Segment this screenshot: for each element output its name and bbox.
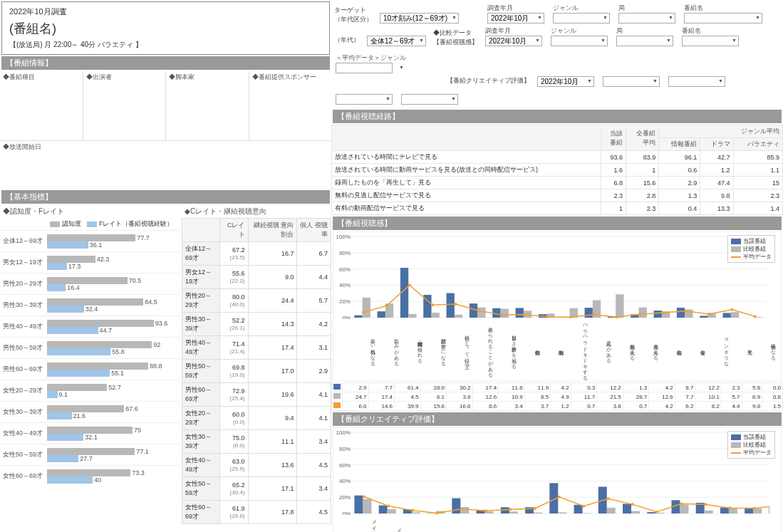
svg-rect-33: [432, 313, 440, 318]
info-body: [0, 83, 331, 140]
svg-rect-13: [378, 311, 385, 318]
svg-point-134: [753, 507, 756, 510]
viewing-path-table: 当該 番組 全番組 平均 ジャンル平均 情報番組 ドラマ バラエティ 放送されて…: [331, 125, 783, 215]
hbar-row: 男女12～19才 42.3 17.3: [0, 251, 180, 273]
hbar-row: 女性60～69才 73.3 40: [0, 465, 180, 486]
svg-point-125: [534, 507, 536, 510]
viewing-feel-chart: 0%20%40%60%80%100%楽しい気分になる親しみがある知識・情報が得ら…: [333, 231, 782, 381]
hbar-row: 男性30～39才 84.5 32.4: [0, 294, 180, 315]
svg-point-61: [662, 311, 665, 314]
svg-point-126: [558, 496, 561, 499]
creative-chart: 0%20%40%60%80%100%メインキャスター・メインキャラクターメインキ…: [333, 427, 782, 532]
svg-rect-105: [534, 513, 542, 513]
viewing-path-row: 放送されている時間にテレビで見る93.683.996.142.785.9: [332, 151, 783, 164]
svg-point-127: [582, 505, 585, 508]
creative-sel5[interactable]: [401, 94, 458, 105]
section-program-info: 【番組情報】: [1, 56, 330, 70]
svg-rect-25: [654, 311, 662, 318]
svg-point-51: [431, 303, 434, 306]
svg-rect-79: [379, 506, 388, 513]
creative-month-select[interactable]: 2022年10月: [537, 76, 594, 87]
rate-row: 男性50～59才69.8(19.0)17.02.9: [182, 360, 331, 383]
rate-row: 男性20～29才80.0(40.0)24.45.7: [182, 289, 331, 313]
svg-point-65: [754, 315, 757, 318]
compare-station-select[interactable]: [616, 36, 673, 46]
svg-point-120: [412, 509, 415, 512]
svg-rect-87: [574, 505, 583, 513]
svg-rect-93: [720, 508, 729, 513]
svg-rect-26: [677, 308, 685, 318]
svg-point-55: [524, 313, 527, 316]
svg-text:80%: 80%: [339, 446, 351, 452]
svg-text:100%: 100%: [336, 429, 351, 436]
creative-sel4[interactable]: [336, 94, 393, 105]
program-title: (番組名): [9, 20, 322, 37]
svg-rect-95: [769, 507, 769, 513]
rate-table: Cレイト 継続視聴 意向割合 個人 視聴率 全体12～69才67.2(23.5)…: [182, 218, 331, 524]
creative-sel2[interactable]: [603, 76, 660, 87]
info-cast: ◆出演者: [83, 71, 167, 83]
survey-month-select[interactable]: 2022年10月: [487, 13, 544, 24]
svg-rect-108: [607, 508, 616, 513]
compare-program-select[interactable]: [682, 36, 739, 46]
svg-rect-41: [616, 294, 623, 318]
hbar-chart: 全体12～69才 77.7 36.1 男女12～19才 42.3 17.3 男性…: [0, 230, 180, 486]
creative-filter-label: 【番組クリエイティブ評価】: [447, 76, 530, 88]
compare-month-select[interactable]: 2022年10月: [485, 36, 542, 46]
hbar-row: 男性50～59才 92 55.8: [0, 337, 180, 358]
hbar-row: 男性20～29才 70.5 16.4: [0, 273, 180, 294]
svg-text:0%: 0%: [342, 511, 351, 515]
svg-rect-30: [363, 298, 370, 318]
svg-point-63: [707, 313, 710, 315]
svg-point-52: [455, 303, 457, 306]
section-viewing-path: 【番組視聴経路】: [333, 110, 782, 123]
svg-text:60%: 60%: [339, 266, 351, 273]
avg-genre-select[interactable]: [336, 63, 393, 73]
creative-sel3[interactable]: [668, 76, 725, 87]
rate-row: 女性30～39才75.0(0.0)11.13.4: [182, 430, 331, 454]
legend-frate: Fレイト（番組視聴経験）: [87, 219, 174, 229]
svg-point-50: [408, 284, 411, 287]
section-creative: 【番組クリエイティブ評価】: [333, 412, 782, 426]
svg-point-123: [484, 509, 487, 512]
svg-rect-17: [470, 303, 477, 318]
svg-text:80%: 80%: [339, 250, 351, 256]
section-basic: 【基本指標】: [1, 190, 330, 204]
svg-point-124: [509, 508, 512, 511]
svg-rect-100: [412, 512, 420, 513]
hbar-row: 男性40～49才 93.6 44.7: [0, 315, 180, 337]
svg-point-60: [638, 313, 641, 315]
rate-row: 女性40～49才63.0(25.9)13.64.5: [182, 454, 331, 477]
section-viewing-feel: 【番組視聴感】: [333, 217, 782, 230]
genre-select[interactable]: [553, 13, 610, 24]
svg-point-56: [546, 315, 549, 318]
program-subtitle: 【(放送局) 月 22:00～ 40分 バラエティ 】: [9, 40, 322, 50]
svg-rect-112: [705, 511, 713, 513]
viewing-feel-numbers: 2.97.761.428.030.217.411.611.94.20.312.2…: [331, 382, 783, 411]
svg-rect-99: [388, 509, 396, 513]
svg-rect-42: [639, 308, 647, 318]
rate-row: 男性60～69才72.9(25.4)19.64.1: [182, 383, 331, 407]
svg-point-130: [655, 511, 658, 513]
svg-text:0%: 0%: [342, 315, 351, 319]
age-range-select[interactable]: 全体12～69才: [367, 36, 426, 46]
station-select[interactable]: [618, 13, 675, 24]
chart-legend-1: 当該番組 比較番組 平均データ: [727, 235, 775, 263]
svg-point-121: [436, 512, 439, 515]
svg-text:20%: 20%: [339, 298, 351, 305]
info-headers: ◆番組種目 ◆出演者 ◆脚本家 ◆番組提供スポンサー: [0, 71, 331, 83]
target-age-select[interactable]: 10才刻み(12～69才): [380, 13, 459, 24]
rate-row: 男女12～19才55.6(22.2)9.04.4: [182, 266, 331, 289]
program-select[interactable]: [684, 13, 762, 24]
hbar-row: 女性20～29才 52.7 9.1: [0, 380, 180, 401]
age-label: （年代）: [334, 36, 360, 47]
svg-rect-36: [501, 309, 509, 318]
compare-genre-select[interactable]: [551, 36, 608, 46]
svg-rect-34: [455, 315, 462, 318]
hbar-row: 男性60～69才 88.8 55.1: [0, 358, 180, 380]
info-sponsor: ◆番組提供スポンサー: [249, 71, 332, 83]
svg-point-128: [606, 497, 609, 500]
hbar-title: ◆認知度・Fレイト: [0, 205, 180, 218]
svg-rect-12: [354, 315, 362, 318]
svg-rect-98: [363, 499, 371, 513]
